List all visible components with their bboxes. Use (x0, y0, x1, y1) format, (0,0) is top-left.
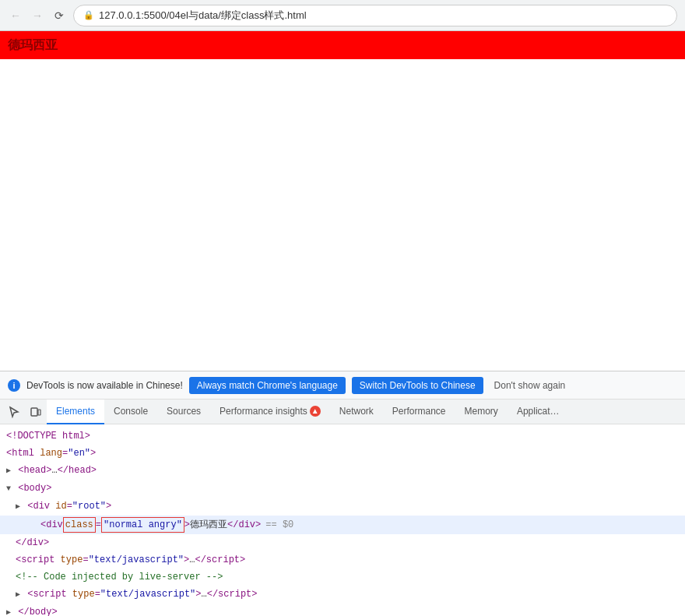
tab-perf-insights-label: Performance insights (220, 406, 307, 417)
notification-text: DevTools is now available in Chinese! (26, 380, 183, 391)
tab-performance-insights[interactable]: Performance insights ▲ (210, 400, 330, 424)
devtools-tabs-bar: Elements Console Sources Performance ins… (0, 400, 685, 424)
info-icon: i (8, 379, 20, 392)
html-div-root-line: ▶ <div id="root"> (0, 498, 685, 516)
tab-sources-label: Sources (167, 406, 201, 417)
svg-rect-1 (38, 410, 40, 415)
banner-text: 德玛西亚 (8, 37, 58, 54)
switch-chinese-button[interactable]: Switch DevTools to Chinese (352, 377, 483, 394)
html-script1-line: <script type="text/javascript">…</script… (0, 551, 685, 568)
html-doctype-line: <!DOCTYPE html> (0, 428, 685, 445)
html-root-line: <html lang="en"> (0, 445, 685, 462)
address-bar[interactable]: 🔒 127.0.0.1:5500/04el与data/绑定class样式.htm… (73, 5, 677, 26)
tab-application[interactable]: Applicat… (508, 400, 569, 424)
tab-elements[interactable]: Elements (47, 400, 104, 424)
browser-chrome: ← → ⟳ 🔒 127.0.0.1:5500/04el与data/绑定class… (0, 0, 685, 31)
perf-insights-badge: ▲ (310, 406, 321, 417)
script2-triangle: ▶ (16, 588, 20, 602)
cursor-icon (8, 406, 20, 418)
tab-application-label: Applicat… (517, 406, 560, 417)
html-close-body-line: ▶ </body> (0, 604, 685, 616)
html-body-line: ▼ <body> (0, 480, 685, 498)
html-comment-line: <!-- Code injected by live-server --> (0, 568, 685, 586)
devtools-content: <!DOCTYPE html> <html lang="en"> ▶ <head… (0, 424, 685, 616)
tab-console-label: Console (114, 406, 148, 417)
html-script2-line: ▶ <script type="text/javascript">…</scri… (0, 586, 685, 604)
inspect-element-button[interactable] (3, 401, 25, 423)
svg-rect-0 (31, 408, 37, 416)
tab-memory[interactable]: Memory (455, 400, 508, 424)
div-root-triangle: ▶ (16, 500, 20, 514)
tab-memory-label: Memory (465, 406, 498, 417)
tab-network-label: Network (339, 406, 374, 417)
back-button[interactable]: ← (8, 8, 23, 23)
html-selected-line[interactable]: <div class="normal angry">德玛西亚</div>== $… (0, 516, 685, 534)
notification-bar: i DevTools is now available in Chinese! … (0, 371, 685, 400)
device-icon (30, 406, 42, 418)
tab-network[interactable]: Network (330, 400, 383, 424)
dont-show-button[interactable]: Don't show again (490, 377, 571, 394)
lock-icon: 🔒 (83, 10, 94, 20)
tab-performance-label: Performance (392, 406, 446, 417)
red-banner: 德玛西亚 (0, 31, 685, 59)
page-content: 德玛西亚 (0, 31, 685, 382)
close-body-triangle: ▶ (6, 606, 11, 616)
forward-button[interactable]: → (30, 8, 45, 23)
tab-console[interactable]: Console (104, 400, 157, 424)
tab-performance[interactable]: Performance (383, 400, 455, 424)
html-head-line: ▶ <head>…</head> (0, 462, 685, 480)
html-close-div-line: </div> (0, 534, 685, 551)
device-toolbar-button[interactable] (25, 401, 47, 423)
devtools-panel: i DevTools is now available in Chinese! … (0, 371, 685, 616)
body-triangle: ▼ (6, 482, 11, 496)
match-language-button[interactable]: Always match Chrome's language (189, 377, 346, 394)
tab-elements-label: Elements (56, 406, 95, 417)
tab-sources[interactable]: Sources (157, 400, 210, 424)
head-triangle: ▶ (6, 464, 11, 478)
reload-button[interactable]: ⟳ (51, 8, 67, 23)
url-text: 127.0.0.1:5500/04el与data/绑定class样式.html (99, 9, 307, 23)
